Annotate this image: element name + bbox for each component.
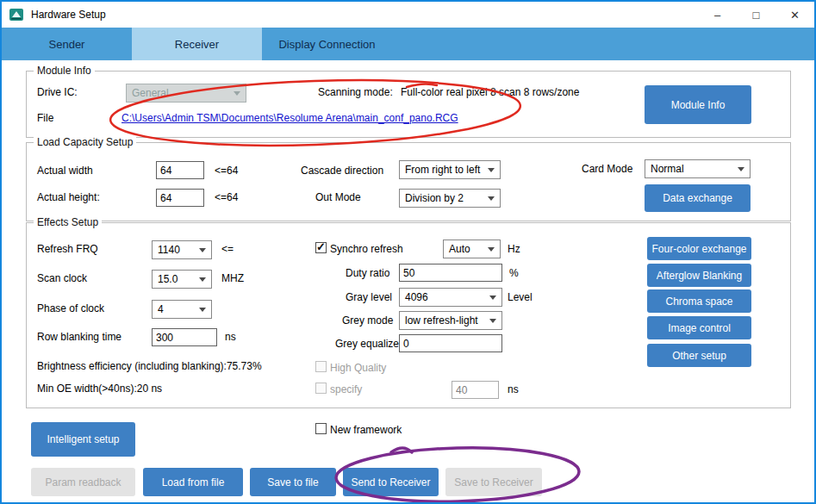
phase-of-clock-label: Phase of clock (37, 302, 104, 314)
specify-label: specify (330, 383, 362, 395)
param-readback-button[interactable]: Param readback (31, 468, 135, 496)
window-title: Hardware Setup (31, 9, 106, 21)
chevron-down-icon (234, 91, 240, 96)
scanning-mode-value: Full-color real pixel 8 scan 8 rows/zone (401, 86, 579, 98)
gray-level-suffix: Level (508, 291, 533, 303)
chevron-down-icon (488, 168, 495, 172)
save-to-file-button[interactable]: Save to file (250, 468, 336, 496)
chevron-down-icon (199, 277, 206, 282)
image-control-button[interactable]: Image control (647, 316, 751, 339)
out-mode-value: Division by 2 (405, 192, 464, 204)
effects-setup-group: Effects Setup Refresh FRQ 1140 <= Scan c… (26, 222, 791, 408)
refresh-frq-value: 1140 (158, 244, 180, 256)
drive-ic-select[interactable]: General (126, 84, 246, 103)
min-oe-width-text: Min OE width(>40ns):20 ns (37, 383, 162, 395)
card-mode-value: Normal (651, 163, 684, 175)
maximize-icon[interactable]: □ (737, 2, 776, 28)
effects-setup-group-label: Effects Setup (34, 216, 102, 228)
gray-level-label: Gray level (346, 291, 392, 303)
row-blanking-input[interactable] (152, 328, 217, 346)
out-mode-label: Out Mode (315, 191, 361, 203)
scanning-mode-label: Scanning mode: (318, 86, 393, 98)
window-controls: – □ ✕ (698, 2, 814, 28)
cascade-direction-value: From right to left (405, 164, 480, 176)
grey-mode-value: low refresh-light (405, 314, 478, 327)
tab-receiver[interactable]: Receiver (132, 28, 262, 60)
scan-clock-suffix: MHZ (221, 272, 244, 284)
title-bar[interactable]: Hardware Setup – □ ✕ (2, 2, 814, 28)
load-capacity-group: Load Capacity Setup Actual width <=64 Ca… (26, 142, 791, 221)
actual-height-input[interactable] (156, 189, 204, 207)
close-icon[interactable]: ✕ (776, 2, 814, 28)
specify-value-input[interactable] (452, 381, 499, 399)
row-blanking-suffix: ns (225, 331, 236, 343)
actual-height-label: Actual height: (37, 191, 100, 203)
high-quality-label: High Quality (330, 362, 386, 374)
send-to-receiver-button[interactable]: Send to Receiver (343, 468, 439, 496)
chroma-space-button[interactable]: Chroma space (647, 289, 751, 313)
cascade-direction-label: Cascade direction (301, 165, 383, 177)
chevron-down-icon (489, 296, 496, 300)
app-icon (9, 7, 24, 22)
new-framework-label: New framework (330, 424, 402, 436)
load-capacity-group-label: Load Capacity Setup (34, 136, 136, 148)
duty-ratio-input[interactable] (399, 264, 502, 282)
specify-checkbox[interactable] (315, 383, 327, 394)
drive-ic-value: General (132, 87, 169, 99)
data-exchange-button[interactable]: Data exchange (645, 184, 751, 212)
synchro-frequency-value: Auto (449, 243, 470, 255)
chevron-down-icon (199, 308, 206, 312)
module-info-group: Module Info Drive IC: General Scanning m… (26, 71, 791, 138)
new-framework-checkbox[interactable] (315, 423, 327, 434)
drive-ic-label: Drive IC: (37, 86, 78, 98)
file-label: File (37, 112, 53, 124)
duty-ratio-label: Duty ratio (346, 267, 389, 279)
phase-of-clock-value: 4 (158, 303, 164, 315)
specify-suffix: ns (508, 383, 519, 395)
cascade-direction-select[interactable]: From right to left (399, 160, 501, 179)
synchro-frequency-select[interactable]: Auto (443, 240, 501, 258)
refresh-frq-label: Refresh FRQ (37, 243, 98, 255)
chevron-down-icon (488, 196, 495, 201)
grey-mode-label: Grey mode (342, 314, 393, 327)
minimize-icon[interactable]: – (698, 2, 737, 28)
tab-bar: Sender Receiver Display Connection (2, 28, 814, 60)
afterglow-blanking-button[interactable]: Afterglow Blanking (647, 264, 751, 287)
four-color-exchange-button[interactable]: Four-color exchange (647, 237, 751, 260)
actual-width-input[interactable] (156, 161, 204, 179)
purple-circle-stroke-tail (391, 448, 412, 452)
module-info-group-label: Module Info (34, 65, 95, 77)
card-mode-select[interactable]: Normal (645, 159, 751, 178)
file-path-link[interactable]: C:\Users\Admin TSM\Documents\Resolume Ar… (121, 112, 458, 124)
card-mode-label: Card Mode (582, 163, 632, 175)
grey-equalize-input[interactable] (399, 334, 502, 352)
synchro-refresh-checkbox[interactable] (315, 242, 327, 253)
tab-display-connection[interactable]: Display Connection (262, 28, 392, 60)
save-to-receiver-button[interactable]: Save to Receiver (445, 468, 542, 496)
duty-ratio-suffix: % (509, 267, 519, 279)
actual-width-label: Actual width (37, 165, 93, 177)
actual-height-limit: <=64 (215, 191, 238, 203)
refresh-frq-suffix: <= (221, 243, 234, 255)
refresh-frq-select[interactable]: 1140 (152, 240, 212, 259)
chevron-down-icon (489, 319, 496, 323)
module-info-button[interactable]: Module Info (645, 85, 751, 124)
other-setup-button[interactable]: Other setup (647, 344, 751, 367)
intelligent-setup-button[interactable]: Intelligent setup (31, 422, 135, 457)
hardware-setup-window: Hardware Setup – □ ✕ Sender Receiver Dis… (0, 0, 816, 504)
chevron-down-icon (488, 247, 495, 252)
grey-mode-select[interactable]: low refresh-light (399, 311, 502, 330)
phase-of-clock-select[interactable]: 4 (152, 300, 212, 319)
chevron-down-icon (738, 167, 744, 171)
scan-clock-select[interactable]: 15.0 (152, 270, 212, 289)
tab-sender[interactable]: Sender (2, 28, 132, 60)
synchro-refresh-label: Synchro refresh (330, 243, 403, 255)
out-mode-select[interactable]: Division by 2 (399, 189, 501, 208)
high-quality-checkbox[interactable] (315, 361, 327, 372)
grey-equalize-label: Grey equalize (335, 338, 399, 350)
load-from-file-button[interactable]: Load from file (143, 468, 243, 496)
row-blanking-label: Row blanking time (37, 331, 121, 343)
actual-width-limit: <=64 (215, 165, 238, 177)
gray-level-select[interactable]: 4096 (399, 288, 502, 307)
scan-clock-value: 15.0 (158, 273, 178, 285)
